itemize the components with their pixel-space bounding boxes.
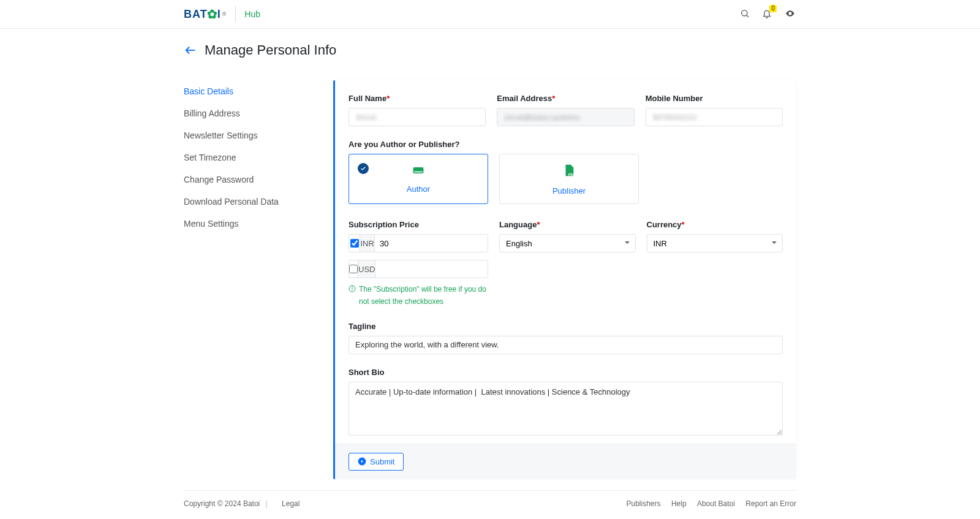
price-value-usd[interactable]: [375, 260, 488, 278]
logo[interactable]: BAT✿I®: [184, 7, 227, 21]
sidebar-item-download-personal-data[interactable]: Download Personal Data: [184, 191, 333, 213]
role-label: Are you Author or Publisher?: [349, 140, 783, 149]
footer-link-help[interactable]: Help: [671, 499, 687, 508]
price-row-inr: INR: [349, 234, 488, 252]
currency-label: Currency*: [647, 220, 783, 229]
svg-rect-4: [414, 172, 422, 173]
email-input: [497, 108, 634, 126]
bio-label: Short Bio: [349, 368, 783, 377]
footer-link-about-batoi[interactable]: About Batoi: [697, 499, 735, 508]
visibility-icon[interactable]: [784, 9, 796, 20]
search-icon[interactable]: [740, 9, 750, 20]
publisher-icon: PDF: [562, 162, 576, 180]
svg-text:PDF: PDF: [568, 173, 576, 176]
full-name-label: Full Name*: [349, 94, 486, 103]
header: BAT✿I® Hub 0: [0, 0, 980, 29]
mobile-label: Mobile Number: [646, 94, 783, 103]
leaf-icon: ✿: [207, 7, 218, 21]
footer: Copyright © 2024 Batoi | Legal Publisher…: [184, 490, 796, 519]
back-arrow-icon[interactable]: [184, 44, 197, 57]
page-title: Manage Personal Info: [205, 42, 336, 58]
price-value-inr[interactable]: [375, 235, 488, 252]
email-label: Email Address*: [497, 94, 634, 103]
role-card-author[interactable]: Author: [349, 154, 488, 204]
full-name-input[interactable]: [349, 108, 486, 126]
svg-point-0: [742, 10, 747, 15]
footer-link-legal[interactable]: Legal: [282, 499, 300, 508]
svg-rect-3: [413, 167, 424, 173]
bio-textarea[interactable]: Accurate | Up-to-date information | Late…: [349, 382, 783, 436]
role-label-publisher: Publisher: [552, 186, 586, 195]
svg-point-8: [352, 287, 353, 287]
footer-link-report-error[interactable]: Report an Error: [745, 499, 796, 508]
submit-bar: Submit: [335, 444, 796, 479]
language-label: Language*: [499, 220, 636, 229]
info-icon: [349, 285, 356, 292]
hub-link[interactable]: Hub: [244, 9, 260, 19]
sidebar-item-change-password[interactable]: Change Password: [184, 169, 333, 191]
price-check-inr[interactable]: [350, 239, 359, 248]
subscription-hint: The "Subscription" will be free if you d…: [349, 283, 488, 308]
price-currency-inr: INR: [360, 235, 375, 252]
language-select[interactable]: English: [499, 234, 636, 252]
role-card-publisher[interactable]: PDF Publisher: [499, 154, 639, 204]
notifications-icon[interactable]: 0: [762, 9, 772, 20]
header-divider: [235, 6, 236, 22]
sidebar: Basic Details Billing Address Newsletter…: [184, 80, 333, 479]
currency-select[interactable]: INR: [647, 234, 783, 252]
author-icon: [410, 164, 426, 178]
sidebar-item-newsletter-settings[interactable]: Newsletter Settings: [184, 124, 333, 146]
sidebar-item-billing-address[interactable]: Billing Address: [184, 102, 333, 124]
arrow-circle-right-icon: [358, 457, 366, 466]
tagline-input[interactable]: [349, 336, 783, 354]
svg-line-1: [747, 15, 748, 17]
price-row-usd: USD: [349, 260, 488, 278]
copyright-text: Copyright © 2024 Batoi: [184, 499, 260, 508]
tagline-label: Tagline: [349, 322, 783, 331]
role-label-author: Author: [407, 184, 430, 194]
footer-link-publishers[interactable]: Publishers: [627, 499, 661, 508]
notification-badge: 0: [769, 5, 777, 12]
price-check-usd[interactable]: [349, 265, 358, 273]
submit-button[interactable]: Submit: [349, 453, 404, 471]
subscription-price-label: Subscription Price: [349, 220, 488, 229]
sidebar-item-menu-settings[interactable]: Menu Settings: [184, 213, 333, 235]
sidebar-item-basic-details[interactable]: Basic Details: [184, 80, 333, 102]
sidebar-item-set-timezone[interactable]: Set Timezone: [184, 146, 333, 169]
mobile-input[interactable]: [646, 108, 783, 126]
main-panel: Full Name* Email Address* Mobile Number …: [333, 80, 796, 479]
price-currency-usd: USD: [358, 260, 375, 278]
check-icon: [358, 163, 369, 174]
